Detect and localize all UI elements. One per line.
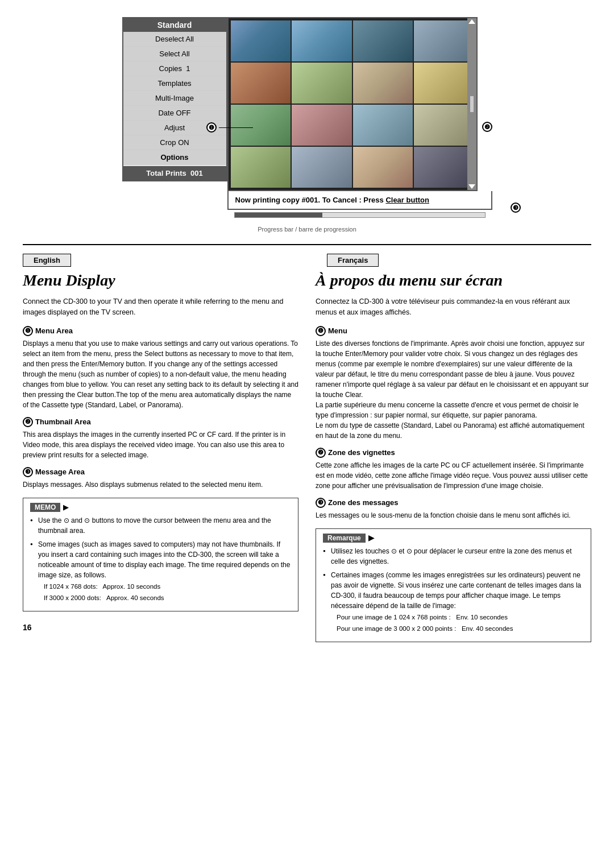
- memo-arrow-icon: ▶: [63, 503, 68, 511]
- remarque-item-2: Certaines images (comme les images enreg…: [323, 570, 584, 634]
- francais-subsection-3: ❸ Zone des messages Les messages ou le s…: [316, 498, 591, 520]
- thumb-8: [414, 63, 474, 104]
- francais-subsection-2: ❷ Zone des vignettes Cette zone affiche …: [316, 448, 591, 491]
- english-intro: Connect the CD-300 to your TV and then o…: [23, 296, 298, 318]
- english-sub2-icon: ❷: [23, 417, 33, 427]
- menu-item-multi-image[interactable]: Multi-Image: [123, 91, 226, 106]
- scroll-thumb: [470, 96, 474, 113]
- english-subsection-1: ❶ Menu Area Displays a menu that you use…: [23, 326, 298, 410]
- francais-subsection-1-title: ❶ Menu: [316, 326, 591, 336]
- thumb-3: [353, 20, 413, 61]
- english-subsection-1-title: ❶ Menu Area: [23, 326, 298, 336]
- english-sub3-icon: ❸: [23, 467, 33, 477]
- menu-item-select-all[interactable]: Select All: [123, 47, 226, 61]
- thumb-13: [231, 147, 291, 188]
- callout-1-marker: ❶: [206, 122, 253, 133]
- thumb-5: [231, 63, 291, 104]
- english-subsection-2: ❷ Thumbnail Area This area displays the …: [23, 417, 298, 460]
- thumb-15: [353, 147, 413, 188]
- section-divider: [23, 244, 591, 245]
- callout-2-area: ❷: [478, 17, 492, 191]
- diagram-section: ❶ Standard Deselect All Select All Copie…: [23, 17, 591, 220]
- thumb-7: [353, 63, 413, 104]
- francais-subsection-2-title: ❷ Zone des vignettes: [316, 448, 591, 458]
- progress-bar-fill: [235, 213, 322, 217]
- menu-item-deselect-all[interactable]: Deselect All: [123, 32, 226, 47]
- francais-sub1-body: Liste des diverses fonctions de l'imprim…: [316, 338, 591, 441]
- menu-item-crop-on[interactable]: Crop ON: [123, 135, 226, 150]
- thumb-4: [414, 20, 474, 61]
- progress-bar-label: Progress bar / barre de progression: [23, 226, 591, 233]
- english-subsection-3: ❸ Message Area Displays messages. Also d…: [23, 467, 298, 490]
- francais-sub2-label: Zone des vignettes: [328, 448, 395, 457]
- callout-2-icon: ❷: [482, 122, 492, 132]
- message-text: Now printing copy #001. To Cancel : Pres…: [235, 196, 429, 204]
- memo-sub-2: If 3000 x 2000 dots: Approx. 40 seconds: [38, 593, 291, 603]
- thumb-10: [292, 105, 352, 146]
- menu-item-date-off[interactable]: Date OFF: [123, 106, 226, 121]
- thumb-2: [292, 20, 352, 61]
- thumb-1: [231, 20, 291, 61]
- thumb-16: [414, 147, 474, 188]
- english-sub2-body: This area displays the images in the cur…: [23, 429, 298, 460]
- thumbnail-grid: [229, 18, 476, 190]
- francais-subsection-1: ❶ Menu Liste des diverses fonctions de l…: [316, 326, 591, 441]
- francais-sub3-icon: ❸: [316, 498, 326, 508]
- progress-bar-container: [234, 212, 486, 218]
- menu-item-options[interactable]: Options: [123, 150, 226, 165]
- scroll-down-arrow[interactable]: [468, 184, 475, 189]
- english-tab[interactable]: English: [23, 254, 71, 267]
- menu-panel-title: Standard: [123, 18, 226, 32]
- message-bar: Now printing copy #001. To Cancel : Pres…: [227, 191, 492, 210]
- diagram-center: ❷ Now printing copy #001. To Cancel : Pr…: [227, 17, 492, 220]
- memo-item-2: Some images (such as images saved to com…: [30, 539, 291, 604]
- memo-box: MEMO ▶ Use the ⊙ and ⊙ buttons to move t…: [23, 498, 298, 612]
- english-subsection-3-title: ❸ Message Area: [23, 467, 298, 477]
- callout-3-icon: ❸: [511, 202, 521, 213]
- francais-sub3-body: Les messages ou le sous-menu de la fonct…: [316, 510, 591, 520]
- menu-panel: Standard Deselect All Select All Copies …: [122, 17, 227, 181]
- remarque-sub-1: Pour une image de 1 024 x 768 points : E…: [331, 613, 584, 622]
- english-heading: Menu Display: [23, 271, 298, 290]
- callout-3-area: ❸: [511, 202, 521, 213]
- menu-item-templates[interactable]: Templates: [123, 76, 226, 91]
- english-sub3-body: Displays messages. Also displays submenu…: [23, 480, 298, 490]
- scrollbar-right[interactable]: [467, 18, 476, 190]
- remarque-box: Remarque ▶ Utilisez les touches ⊙ et ⊙ p…: [316, 528, 591, 643]
- remarque-title: Remarque ▶: [323, 534, 374, 543]
- page: ❶ Standard Deselect All Select All Copie…: [0, 0, 614, 665]
- francais-sub1-label: Menu: [328, 326, 347, 335]
- memo-sub-1: If 1024 x 768 dots: Approx. 10 seconds: [38, 582, 291, 592]
- memo-title-tag: MEMO: [30, 503, 60, 512]
- menu-item-copies[interactable]: Copies 1: [123, 61, 226, 76]
- remarque-arrow-icon: ▶: [368, 534, 374, 542]
- remarque-title-tag: Remarque: [323, 534, 366, 543]
- memo-title: MEMO ▶: [30, 503, 68, 512]
- menu-footer: Total Prints 001: [123, 166, 226, 180]
- francais-column: À propos du menu sur écran Connectez la …: [316, 267, 591, 642]
- english-sub3-label: Message Area: [35, 468, 85, 476]
- top-panel-row: ❷: [227, 17, 492, 191]
- thumb-12: [414, 105, 474, 146]
- page-number: 16: [23, 623, 298, 632]
- english-sub1-icon: ❶: [23, 326, 33, 336]
- remarque-item-1: Utilisez les touches ⊙ et ⊙ pour déplace…: [323, 546, 584, 567]
- thumb-6: [292, 63, 352, 104]
- diagram-outer: ❶ Standard Deselect All Select All Copie…: [122, 17, 492, 220]
- scroll-up-arrow[interactable]: [468, 19, 475, 24]
- english-column: Menu Display Connect the CD-300 to your …: [23, 267, 298, 642]
- english-subsection-2-title: ❷ Thumbnail Area: [23, 417, 298, 427]
- francais-tab[interactable]: Français: [327, 254, 379, 267]
- francais-subsection-3-title: ❸ Zone des messages: [316, 498, 591, 508]
- francais-sub2-icon: ❷: [316, 448, 326, 458]
- francais-sub1-icon: ❶: [316, 326, 326, 336]
- english-sub1-body: Displays a menu that you use to make var…: [23, 338, 298, 410]
- clear-button-label: Clear button: [385, 196, 429, 204]
- callout-1-icon: ❶: [206, 122, 217, 133]
- thumb-11: [353, 105, 413, 146]
- english-sub1-label: Menu Area: [35, 326, 73, 335]
- francais-sub3-label: Zone des messages: [328, 498, 399, 507]
- francais-intro: Connectez la CD-300 à votre téléviseur p…: [316, 296, 591, 318]
- content-columns: Menu Display Connect the CD-300 to your …: [23, 267, 591, 642]
- message-bar-wrapper: Now printing copy #001. To Cancel : Pres…: [227, 191, 492, 220]
